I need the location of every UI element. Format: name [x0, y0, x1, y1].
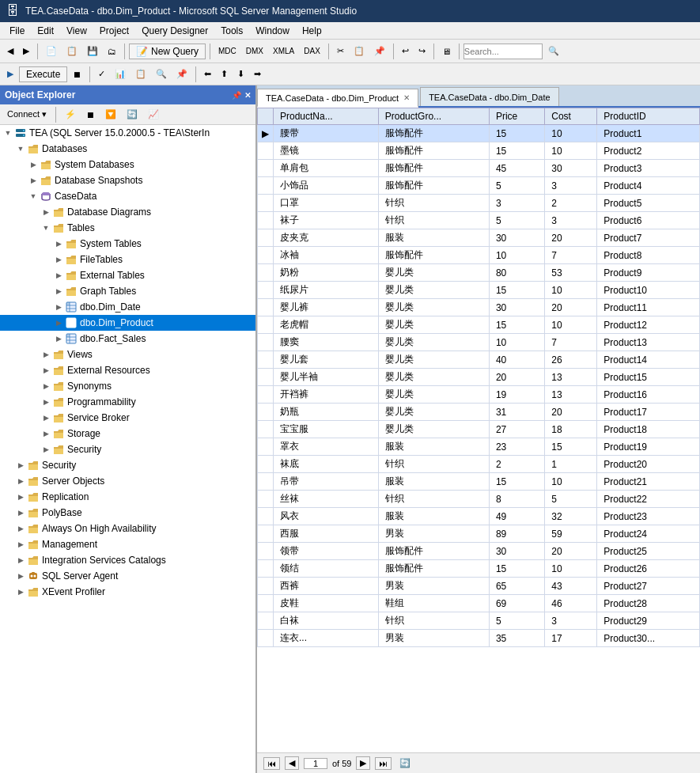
col-price[interactable]: Price — [489, 108, 544, 125]
tree-item-programmability[interactable]: ▶Programmability — [0, 394, 255, 410]
tree-item-polybase[interactable]: ▶PolyBase — [0, 505, 255, 521]
cell-3[interactable]: 20 — [545, 299, 597, 316]
cell-0[interactable]: 腰带 — [274, 125, 379, 142]
tree-item-management[interactable]: ▶Management — [0, 536, 255, 552]
tb2-btn5[interactable]: 📌 — [172, 65, 191, 84]
cell-1[interactable]: 服装 — [378, 229, 489, 247]
cell-0[interactable]: 领带 — [274, 543, 379, 560]
tree-toggle-external-resources[interactable]: ▶ — [40, 366, 52, 374]
cell-4[interactable]: Product30... — [597, 630, 700, 647]
nav-first-btn[interactable]: ⏮ — [263, 757, 280, 770]
tree-item-graph-tables[interactable]: ▶Graph Tables — [0, 283, 255, 299]
tree-toggle-views[interactable]: ▶ — [40, 351, 52, 358]
cell-2[interactable]: 15 — [489, 316, 544, 334]
cell-4[interactable]: Product6 — [597, 212, 700, 229]
cell-0[interactable]: 小饰品 — [274, 177, 379, 195]
tree-toggle-security[interactable]: ▶ — [14, 461, 27, 469]
search-icon-btn[interactable]: 🔍 — [544, 42, 563, 61]
cell-2[interactable]: 31 — [489, 404, 544, 421]
cell-1[interactable]: 婴儿类 — [378, 282, 489, 299]
cell-3[interactable]: 10 — [545, 125, 597, 142]
cell-2[interactable]: 15 — [489, 560, 544, 578]
tree-toggle-replication[interactable]: ▶ — [14, 493, 27, 501]
cell-1[interactable]: 婴儿类 — [378, 351, 489, 369]
tree-toggle-storage[interactable]: ▶ — [40, 430, 52, 438]
cell-0[interactable]: 纸尿片 — [274, 282, 379, 299]
tb-icon-3[interactable]: 💾 — [83, 42, 102, 61]
cell-1[interactable]: 婴儿类 — [378, 316, 489, 334]
cell-1[interactable]: 针织 — [378, 195, 489, 212]
tree-toggle-programmability[interactable]: ▶ — [40, 398, 52, 406]
cell-1[interactable]: 婴儿类 — [378, 386, 489, 404]
cell-2[interactable]: 19 — [489, 386, 544, 404]
cell-4[interactable]: Product4 — [597, 177, 700, 195]
tree-item-sql-agent[interactable]: ▶SQL Server Agent — [0, 568, 255, 584]
nav-next-btn[interactable]: ▶ — [356, 756, 370, 770]
tab-dim-date-tab[interactable]: TEA.CaseData - dbo.Dim_Date — [420, 87, 558, 106]
cell-2[interactable]: 2 — [489, 456, 544, 473]
tree-toggle-external-tables[interactable]: ▶ — [52, 271, 65, 279]
cell-1[interactable]: 服饰配件 — [378, 177, 489, 195]
cell-1[interactable]: 针织 — [378, 212, 489, 229]
cell-2[interactable]: 15 — [489, 473, 544, 491]
cell-2[interactable]: 69 — [489, 595, 544, 612]
cell-0[interactable]: 领结 — [274, 560, 379, 578]
col-cost[interactable]: Cost — [545, 108, 597, 125]
cell-4[interactable]: Product18 — [597, 421, 700, 438]
table-row[interactable]: 婴儿套婴儿类4026Product14 — [258, 351, 700, 369]
cell-2[interactable]: 15 — [489, 142, 544, 160]
cell-1[interactable]: 针织 — [378, 612, 489, 630]
table-row[interactable]: 单肩包服饰配件4530Product3 — [258, 160, 700, 177]
cell-4[interactable]: Product29 — [597, 612, 700, 630]
tree-item-external-tables[interactable]: ▶External Tables — [0, 267, 255, 283]
tree-item-server-objects[interactable]: ▶Server Objects — [0, 473, 255, 489]
table-row[interactable]: 白袜针织53Product29 — [258, 612, 700, 630]
table-row[interactable]: 宝宝服婴儿类2718Product18 — [258, 421, 700, 438]
cell-4[interactable]: Product15 — [597, 369, 700, 386]
table-row[interactable]: 西服男装8959Product24 — [258, 525, 700, 543]
cell-3[interactable]: 20 — [545, 229, 597, 247]
menu-item-file[interactable]: File — [3, 24, 31, 38]
menu-item-window[interactable]: Window — [249, 24, 296, 38]
tree-toggle-databases[interactable]: ▼ — [14, 145, 27, 153]
oe-filter-btn[interactable]: 🔽 — [101, 105, 120, 124]
table-row[interactable]: 领带服饰配件3020Product25 — [258, 543, 700, 560]
oe-pin-icon[interactable]: 📌 — [232, 91, 241, 100]
tree-item-synonyms[interactable]: ▶Synonyms — [0, 378, 255, 394]
tree-item-security-db[interactable]: ▶Security — [0, 441, 255, 457]
cell-3[interactable]: 1 — [545, 456, 597, 473]
tb2-btn4[interactable]: 🔍 — [152, 65, 171, 84]
cell-2[interactable]: 10 — [489, 247, 544, 264]
cell-2[interactable]: 80 — [489, 264, 544, 282]
tree-item-file-tables[interactable]: ▶FileTables — [0, 252, 255, 267]
oe-syncobj-btn[interactable]: 🔄 — [123, 105, 142, 124]
cell-1[interactable]: 服饰配件 — [378, 142, 489, 160]
tree-item-xevent-profiler[interactable]: ▶XEvent Profiler — [0, 584, 255, 600]
cell-2[interactable]: 49 — [489, 508, 544, 525]
cell-0[interactable]: 婴儿裤 — [274, 299, 379, 316]
tb-monitor[interactable]: 🖥 — [438, 42, 455, 61]
cell-1[interactable]: 服饰配件 — [378, 560, 489, 578]
cell-0[interactable]: 腰窦 — [274, 334, 379, 351]
cell-2[interactable]: 30 — [489, 299, 544, 316]
cell-0[interactable]: 口罩 — [274, 195, 379, 212]
table-row[interactable]: 开裆裤婴儿类1913Product16 — [258, 386, 700, 404]
cell-0[interactable]: 开裆裤 — [274, 386, 379, 404]
cell-0[interactable]: 白袜 — [274, 612, 379, 630]
tree-toggle-db-diagrams[interactable]: ▶ — [40, 208, 52, 216]
cell-2[interactable]: 65 — [489, 578, 544, 595]
cell-0[interactable]: 袜底 — [274, 456, 379, 473]
cell-1[interactable]: 男装 — [378, 525, 489, 543]
tree-item-always-on[interactable]: ▶Always On High Availability — [0, 521, 255, 536]
cell-4[interactable]: Product5 — [597, 195, 700, 212]
table-row[interactable]: 皮夹克服装3020Product7 — [258, 229, 700, 247]
tb2-left[interactable]: ⬅ — [200, 65, 215, 84]
cell-1[interactable]: 服装 — [378, 508, 489, 525]
cell-0[interactable]: 西裤 — [274, 578, 379, 595]
tree-item-replication[interactable]: ▶Replication — [0, 489, 255, 505]
tree-item-views[interactable]: ▶Views — [0, 347, 255, 362]
cell-2[interactable]: 35 — [489, 630, 544, 647]
cell-2[interactable]: 30 — [489, 229, 544, 247]
cell-2[interactable]: 10 — [489, 334, 544, 351]
cell-0[interactable]: 冰袖 — [274, 247, 379, 264]
